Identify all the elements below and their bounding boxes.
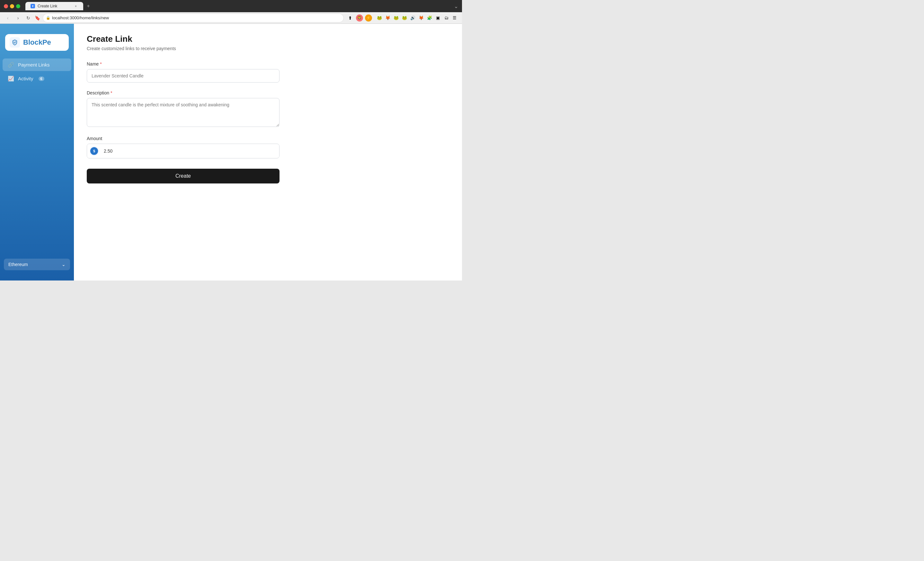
new-tab-button[interactable]: + xyxy=(84,2,92,10)
address-input[interactable]: localhost:3000/home/links/new xyxy=(43,14,344,22)
create-button[interactable]: Create xyxy=(87,169,279,183)
ext-1[interactable]: 🐸 xyxy=(376,15,383,21)
sidebar: BlockPe 🔗 Payment Links 📈 Activity 6 Eth… xyxy=(0,24,74,280)
network-selector[interactable]: Ethereum ⌄ xyxy=(4,259,70,270)
activity-icon: 📈 xyxy=(8,75,14,82)
share-button[interactable]: ⬆ xyxy=(346,14,354,22)
ext-puzzle[interactable]: 🧩 xyxy=(426,15,433,21)
menu-btn[interactable]: ☰ xyxy=(451,15,458,21)
tab-overflow-button[interactable]: ⌄ xyxy=(454,3,458,9)
sidebar-toggle[interactable]: ▣ xyxy=(434,15,441,21)
ext-2[interactable]: 🦊 xyxy=(384,15,392,21)
description-label: Description * xyxy=(87,90,449,95)
sidebar-item-label-payment-links: Payment Links xyxy=(18,62,50,68)
page-subtitle: Create customized links to receive payme… xyxy=(87,46,449,51)
description-textarea[interactable] xyxy=(87,98,279,127)
back-button[interactable]: ‹ xyxy=(4,14,12,22)
minimize-button[interactable] xyxy=(10,4,14,8)
reload-button[interactable]: ↻ xyxy=(24,14,32,22)
network-label: Ethereum xyxy=(8,262,28,267)
extensions-area: 🐸 🦊 🐸 🐸 🔊 🦊 🧩 ▣ 🗂 ☰ xyxy=(376,15,458,21)
amount-wrapper: $ xyxy=(87,144,279,158)
page-title: Create Link xyxy=(87,34,449,44)
vpn-button[interactable]: ⚡ xyxy=(365,15,372,21)
app-layout: BlockPe 🔗 Payment Links 📈 Activity 6 Eth… xyxy=(0,24,462,280)
logo-text: BlockPe xyxy=(23,38,51,46)
tab-title: Create Link xyxy=(38,4,57,8)
address-bar: ‹ › ↻ 🔖 🔒 localhost:3000/home/links/new … xyxy=(0,12,462,24)
ext-6[interactable]: 🦊 xyxy=(418,15,425,21)
browser-actions: ⬆ 🦁 ⚡ xyxy=(346,14,372,22)
traffic-lights xyxy=(4,4,20,8)
navigation: 🔗 Payment Links 📈 Activity 6 xyxy=(0,58,74,259)
browser-chrome: Create Link × + ⌄ xyxy=(0,0,462,12)
link-icon: 🔗 xyxy=(8,62,14,68)
main-content: Create Link Create customized links to r… xyxy=(74,24,462,280)
chevron-down-icon: ⌄ xyxy=(62,262,66,267)
sidebar-item-activity[interactable]: 📈 Activity 6 xyxy=(3,72,71,85)
name-input[interactable] xyxy=(87,69,279,82)
name-required-star: * xyxy=(100,62,102,66)
ext-4[interactable]: 🐸 xyxy=(401,15,408,21)
amount-label: Amount xyxy=(87,136,449,141)
maximize-button[interactable] xyxy=(16,4,20,8)
usdc-icon-wrapper: $ xyxy=(87,144,101,158)
sidebar-item-label-activity: Activity xyxy=(18,76,33,81)
close-button[interactable] xyxy=(4,4,8,8)
tab-favicon xyxy=(30,4,35,8)
usdc-icon: $ xyxy=(90,147,99,156)
logo-area: BlockPe xyxy=(0,30,74,58)
brave-shield-button[interactable]: 🦁 xyxy=(356,15,363,21)
lock-icon: 🔒 xyxy=(46,16,51,20)
amount-form-group: Amount $ xyxy=(87,136,449,158)
description-required-star: * xyxy=(111,90,112,95)
amount-input[interactable] xyxy=(101,145,279,158)
description-form-group: Description * xyxy=(87,90,449,128)
name-label: Name * xyxy=(87,62,449,66)
sidebar-item-payment-links[interactable]: 🔗 Payment Links xyxy=(3,58,71,71)
name-form-group: Name * xyxy=(87,62,449,82)
bookmark-button[interactable]: 🔖 xyxy=(35,15,40,21)
ext-5[interactable]: 🔊 xyxy=(409,15,416,21)
logo-icon xyxy=(10,37,20,48)
address-wrapper: 🔒 localhost:3000/home/links/new xyxy=(43,14,344,22)
wallet-btn[interactable]: 🗂 xyxy=(443,15,450,21)
active-tab[interactable]: Create Link × xyxy=(26,2,83,10)
forward-button[interactable]: › xyxy=(14,14,22,22)
activity-badge: 6 xyxy=(39,76,44,81)
tab-close-button[interactable]: × xyxy=(74,4,78,8)
ext-3[interactable]: 🐸 xyxy=(393,15,400,21)
logo-box: BlockPe xyxy=(5,34,69,51)
tab-bar: Create Link × + ⌄ xyxy=(26,2,458,10)
